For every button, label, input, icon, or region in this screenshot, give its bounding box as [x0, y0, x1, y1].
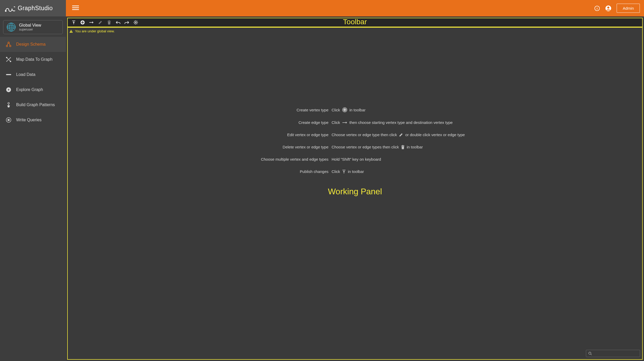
help-label: Publish changes: [245, 169, 329, 174]
help-hints: Create vertex type Click in toolbar Crea…: [245, 107, 465, 174]
svg-rect-50: [136, 23, 137, 24]
sidebar-item-load-data[interactable]: Load Data: [0, 67, 66, 82]
svg-rect-49: [134, 21, 135, 22]
publish-icon: [72, 20, 76, 25]
redo-icon: [125, 21, 129, 24]
sidebar-item-label: Build Graph Patterns: [16, 103, 55, 107]
toolbar: Toolbar: [67, 18, 643, 27]
info-icon: [594, 5, 600, 11]
add-vertex-button[interactable]: [78, 18, 87, 27]
arrow-right-icon: [342, 121, 347, 124]
search-icon: [588, 352, 592, 355]
svg-rect-25: [6, 74, 11, 75]
sidebar-item-label: Design Schema: [16, 42, 46, 47]
sidebar-item-build-patterns[interactable]: Build Graph Patterns: [0, 97, 66, 112]
svg-rect-42: [109, 20, 110, 21]
help-label: Edit vertex or edge type: [245, 133, 329, 137]
undo-button[interactable]: [114, 18, 122, 27]
svg-rect-39: [89, 22, 92, 23]
info-button[interactable]: [592, 5, 603, 11]
publish-icon: [342, 170, 346, 174]
help-pre: Choose vertex or edge type then click: [332, 133, 397, 137]
account-icon: [605, 5, 611, 11]
global-view-title: Global View: [19, 23, 41, 28]
trash-icon: [107, 20, 111, 25]
svg-rect-44: [135, 24, 136, 25]
svg-rect-56: [342, 122, 346, 123]
sidebar-item-label: Explore Graph: [16, 87, 43, 92]
sidebar-item-explore-graph[interactable]: Explore Graph: [0, 82, 66, 97]
global-view-selector[interactable]: Global View superuser: [3, 20, 63, 34]
map-data-icon: [6, 57, 11, 62]
admin-button[interactable]: Admin: [617, 4, 640, 13]
toolbar-annotation-label: Toolbar: [343, 18, 367, 26]
help-post: or double click vertex or edge type: [405, 133, 465, 137]
svg-rect-59: [402, 145, 403, 146]
help-post: then choose starting vertex type and des…: [349, 120, 453, 125]
publish-button[interactable]: [69, 18, 78, 27]
help-row-create-edge: Create edge type Click then choose start…: [245, 120, 465, 125]
help-post: in toolbar: [349, 108, 366, 112]
svg-point-21: [6, 57, 7, 58]
help-row-delete-type: Delete vertex or edge type Choose vertex…: [245, 145, 465, 149]
plus-circle-icon: [80, 20, 85, 25]
brand-area: GraphStudio: [0, 0, 66, 16]
svg-rect-38: [81, 22, 84, 23]
warning-icon: [69, 29, 73, 33]
svg-rect-55: [343, 110, 346, 110]
svg-line-63: [591, 354, 592, 355]
svg-marker-61: [343, 171, 345, 173]
svg-rect-52: [71, 31, 71, 32]
global-view-warning: You are under global view.: [69, 29, 115, 33]
help-label: Create edge type: [245, 120, 329, 125]
svg-point-22: [10, 61, 11, 62]
sidebar: Global View superuser Design Schema Map …: [0, 16, 66, 361]
working-panel: You are under global view. Working Panel…: [67, 27, 643, 360]
sidebar-item-label: Write Queries: [16, 118, 42, 122]
help-row-multiselect: Choose multiple vertex and edge types Ho…: [245, 157, 465, 161]
svg-rect-47: [136, 21, 137, 22]
help-post: in toolbar: [407, 145, 423, 149]
svg-rect-48: [134, 23, 135, 24]
svg-rect-34: [72, 21, 75, 21]
svg-point-0: [5, 10, 7, 12]
svg-rect-41: [108, 21, 111, 21]
svg-marker-23: [10, 57, 11, 58]
brand-text-1: Graph: [18, 5, 35, 11]
brand-text-2: Studio: [35, 5, 53, 11]
load-data-icon: [6, 72, 11, 77]
svg-point-15: [6, 45, 8, 47]
svg-rect-2: [72, 7, 79, 8]
sidebar-item-map-data[interactable]: Map Data To Graph: [0, 52, 66, 67]
menu-toggle-button[interactable]: [70, 2, 81, 14]
svg-point-6: [597, 7, 598, 7]
help-row-create-vertex: Create vertex type Click in toolbar: [245, 107, 465, 112]
svg-line-17: [7, 43, 8, 45]
help-pre: Hold "Shift" key on keyboard: [332, 157, 381, 161]
help-label: Delete vertex or edge type: [245, 145, 329, 149]
delete-button[interactable]: [105, 18, 114, 27]
working-panel-annotation-label: Working Panel: [328, 187, 382, 196]
help-pre: Click: [332, 108, 340, 112]
logo: GraphStudio: [5, 4, 53, 13]
design-schema-icon: [6, 41, 11, 47]
help-label: Choose multiple vertex and edge types: [245, 157, 329, 161]
redo-button[interactable]: [122, 18, 131, 27]
svg-rect-46: [137, 22, 138, 23]
account-button[interactable]: [603, 5, 614, 11]
svg-rect-3: [72, 9, 79, 10]
svg-rect-1: [72, 5, 79, 6]
pencil-icon: [98, 20, 102, 25]
svg-rect-45: [134, 22, 135, 23]
add-edge-button[interactable]: [87, 18, 96, 27]
svg-rect-53: [71, 32, 71, 32]
sidebar-item-write-queries[interactable]: Write Queries: [0, 112, 66, 128]
help-pre: Click: [332, 120, 340, 125]
help-post: in toolbar: [348, 169, 364, 174]
edit-button[interactable]: [96, 18, 105, 27]
settings-button[interactable]: [131, 18, 140, 27]
arrow-right-icon: [89, 21, 94, 24]
search-input[interactable]: [586, 350, 640, 357]
hamburger-icon: [72, 4, 79, 11]
sidebar-item-design-schema[interactable]: Design Schema: [0, 37, 66, 52]
